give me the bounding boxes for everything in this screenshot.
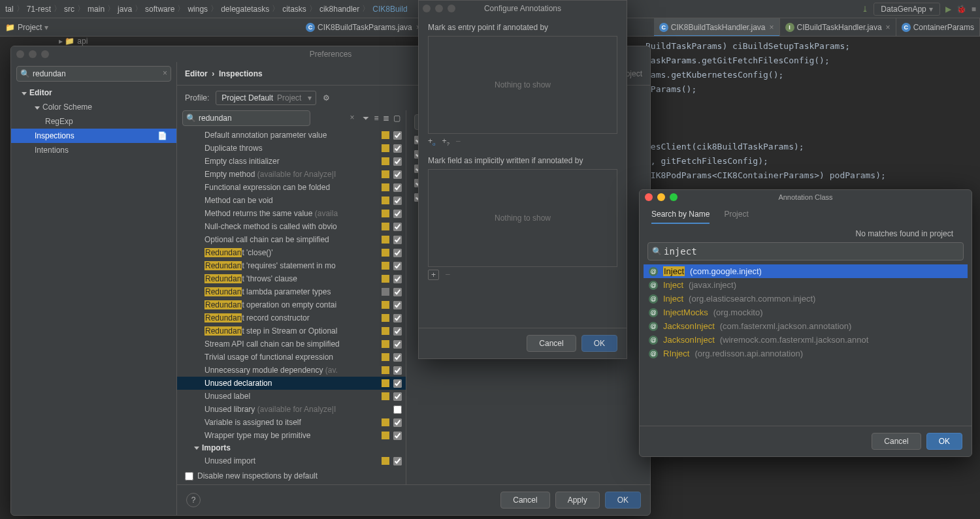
class-result-row[interactable]: @Inject (javax.inject) bbox=[644, 278, 968, 292]
tree-node-regexp[interactable]: RegExp bbox=[11, 114, 176, 129]
inspection-row[interactable]: Redundant 'throws' clause bbox=[177, 272, 406, 285]
ok-button[interactable]: OK bbox=[581, 335, 617, 352]
inspection-category-imports[interactable]: Imports bbox=[177, 441, 406, 454]
inspection-row[interactable]: Variable is assigned to itself bbox=[177, 416, 406, 429]
class-result-row[interactable]: @Inject (com.google.inject) bbox=[644, 264, 968, 278]
tab-project[interactable]: Project bbox=[724, 210, 748, 224]
project-tool-dropdown[interactable]: 📁Project▾ bbox=[5, 23, 48, 32]
minimize-icon[interactable] bbox=[435, 5, 443, 12]
implicit-write-list[interactable]: Nothing to show bbox=[428, 169, 617, 267]
close-icon[interactable] bbox=[645, 193, 653, 201]
breadcrumb-item[interactable]: CIK8Build bbox=[372, 5, 407, 14]
breadcrumb-item[interactable]: tal bbox=[5, 5, 14, 14]
inspection-row[interactable]: Redundant lambda parameter types bbox=[177, 285, 406, 298]
tab-search-by-name[interactable]: Search by Name bbox=[651, 210, 710, 224]
inspection-checkbox[interactable] bbox=[393, 340, 402, 349]
inspection-checkbox[interactable] bbox=[393, 275, 402, 283]
inspection-row[interactable]: Unused declaration bbox=[177, 377, 406, 390]
clear-icon[interactable]: × bbox=[163, 69, 167, 78]
inspection-checkbox[interactable] bbox=[393, 379, 402, 388]
inspection-checkbox[interactable] bbox=[393, 157, 402, 166]
inspection-checkbox[interactable] bbox=[393, 314, 402, 322]
minimize-icon[interactable] bbox=[657, 193, 665, 201]
inspection-row[interactable]: Null-check method is called with obvio bbox=[177, 220, 406, 233]
class-result-row[interactable]: @JacksonInject (wiremock.com.fasterxml.j… bbox=[644, 333, 968, 347]
expand-icon[interactable]: ≡ bbox=[374, 114, 378, 123]
inspection-row[interactable]: Redundant record constructor bbox=[177, 311, 406, 324]
close-icon[interactable]: × bbox=[886, 23, 890, 32]
cancel-button[interactable]: Cancel bbox=[527, 335, 576, 352]
collapse-icon[interactable]: ≣ bbox=[383, 114, 389, 123]
breadcrumb-item[interactable]: cik8handler bbox=[319, 5, 359, 14]
zoom-icon[interactable] bbox=[41, 50, 49, 58]
inspection-row[interactable]: Default annotation parameter value bbox=[177, 129, 406, 142]
sidebar-folder-api[interactable]: ▸ 📁 api bbox=[59, 37, 88, 46]
inspection-row[interactable]: Redundant 'close()' bbox=[177, 246, 406, 259]
zoom-icon[interactable] bbox=[670, 193, 678, 201]
breadcrumb-item[interactable]: main bbox=[88, 5, 105, 14]
build-icon[interactable]: ⤓ bbox=[862, 5, 868, 14]
inspection-row[interactable]: Unnecessary module dependency (av. bbox=[177, 364, 406, 377]
ok-button[interactable]: OK bbox=[926, 433, 962, 450]
inspection-checkbox[interactable] bbox=[393, 457, 402, 465]
inspection-checkbox[interactable] bbox=[393, 197, 402, 205]
inspection-row[interactable]: Unused label bbox=[177, 390, 406, 403]
inspection-row[interactable]: Empty class initializer bbox=[177, 155, 406, 168]
minimize-icon[interactable] bbox=[29, 50, 37, 58]
close-icon[interactable]: × bbox=[770, 23, 774, 32]
inspection-checkbox[interactable] bbox=[393, 301, 402, 309]
remove-icon[interactable]: – bbox=[446, 270, 450, 280]
inspection-checkbox[interactable] bbox=[393, 236, 402, 244]
breadcrumb-item[interactable]: wings bbox=[188, 5, 208, 14]
inspection-checkbox[interactable] bbox=[393, 327, 402, 336]
tree-node-editor[interactable]: Editor bbox=[11, 86, 176, 100]
inspection-row[interactable]: Empty method (available for Analyze|I bbox=[177, 168, 406, 181]
inspection-row[interactable]: Unused import bbox=[177, 454, 406, 467]
inspection-row[interactable]: Duplicate throws bbox=[177, 142, 406, 155]
breadcrumb-item[interactable]: java bbox=[118, 5, 132, 14]
inspection-row[interactable]: Functional expression can be folded bbox=[177, 181, 406, 194]
inspection-row[interactable]: Redundant step in Stream or Optional bbox=[177, 324, 406, 338]
cancel-button[interactable]: Cancel bbox=[500, 492, 549, 509]
inspection-row[interactable]: Method returns the same value (availa bbox=[177, 207, 406, 220]
breadcrumb-item[interactable]: citasks bbox=[282, 5, 306, 14]
tree-node-color-scheme[interactable]: Color Scheme bbox=[11, 100, 176, 114]
inspection-checkbox[interactable] bbox=[393, 366, 402, 375]
inspection-checkbox[interactable] bbox=[393, 392, 402, 401]
entry-point-list[interactable]: Nothing to show bbox=[428, 36, 617, 134]
inspection-row[interactable]: Unused library (available for Analyze|I bbox=[177, 403, 406, 416]
inspection-row[interactable]: Trivial usage of functional expression bbox=[177, 351, 406, 364]
inspection-checkbox[interactable] bbox=[393, 432, 402, 440]
inspection-checkbox[interactable] bbox=[393, 418, 402, 427]
add-icon[interactable]: + bbox=[428, 270, 439, 280]
tree-node-intentions[interactable]: Intentions bbox=[11, 143, 176, 157]
inspection-row[interactable]: Wrapper type may be primitive bbox=[177, 429, 406, 441]
clear-icon[interactable]: × bbox=[350, 113, 354, 122]
apply-button[interactable]: Apply bbox=[555, 492, 600, 509]
disable-new-inspections-checkbox[interactable] bbox=[185, 472, 193, 480]
class-result-row[interactable]: @Inject (org.elasticsearch.common.inject… bbox=[644, 292, 968, 306]
inspection-checkbox[interactable] bbox=[393, 223, 402, 231]
filter-icon[interactable]: ⏷ bbox=[362, 114, 370, 123]
inspection-checkbox[interactable] bbox=[393, 405, 402, 414]
inspection-row[interactable]: Redundant 'requires' statement in mo bbox=[177, 259, 406, 272]
cancel-button[interactable]: Cancel bbox=[872, 433, 921, 450]
inspection-checkbox[interactable] bbox=[393, 249, 402, 257]
prefs-search-input[interactable] bbox=[16, 66, 171, 82]
debug-icon[interactable]: 🐞 bbox=[956, 5, 966, 14]
inspection-checkbox[interactable] bbox=[393, 183, 402, 192]
class-result-row[interactable]: @RInject (org.redisson.api.annotation) bbox=[644, 347, 968, 360]
breadcrumb-item[interactable]: 71-rest bbox=[27, 5, 51, 14]
inspection-checkbox[interactable] bbox=[393, 288, 402, 296]
inspection-checkbox[interactable] bbox=[393, 353, 402, 362]
class-search-input[interactable] bbox=[647, 242, 964, 260]
profile-dropdown[interactable]: Project Default Project ▾ bbox=[216, 91, 316, 105]
help-button[interactable]: ? bbox=[186, 493, 201, 507]
add-class-icon[interactable]: +o bbox=[428, 136, 435, 147]
inspection-checkbox[interactable] bbox=[393, 210, 402, 218]
tree-node-inspections[interactable]: Inspections 📄 bbox=[11, 129, 176, 143]
editor-tab[interactable]: CContainerParams bbox=[896, 18, 980, 36]
inspection-row[interactable]: Optional call chain can be simplified bbox=[177, 233, 406, 246]
editor-tab[interactable]: CCIK8BuildTaskHandler.java× bbox=[654, 18, 780, 36]
zoom-icon[interactable] bbox=[448, 5, 455, 12]
